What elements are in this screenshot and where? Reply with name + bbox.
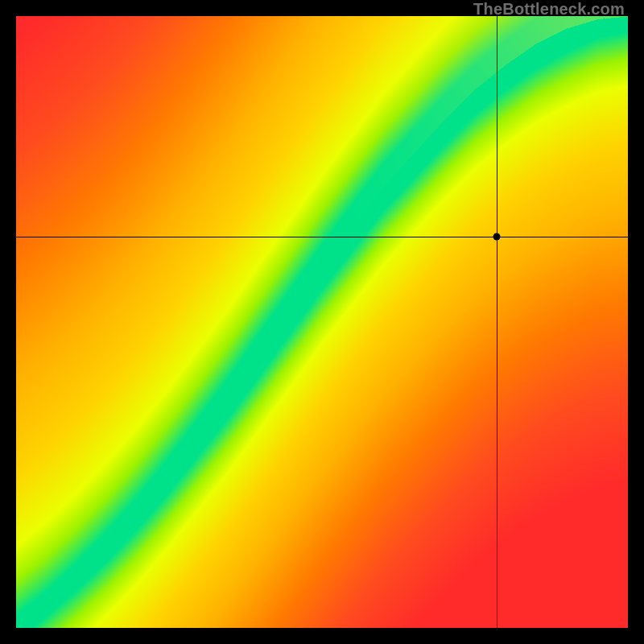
bottleneck-heatmap	[16, 16, 628, 628]
sample-marker	[493, 233, 500, 240]
crosshair-horizontal	[16, 237, 628, 237]
chart-frame: TheBottleneck.com	[0, 0, 644, 644]
crosshair-vertical	[497, 16, 497, 628]
